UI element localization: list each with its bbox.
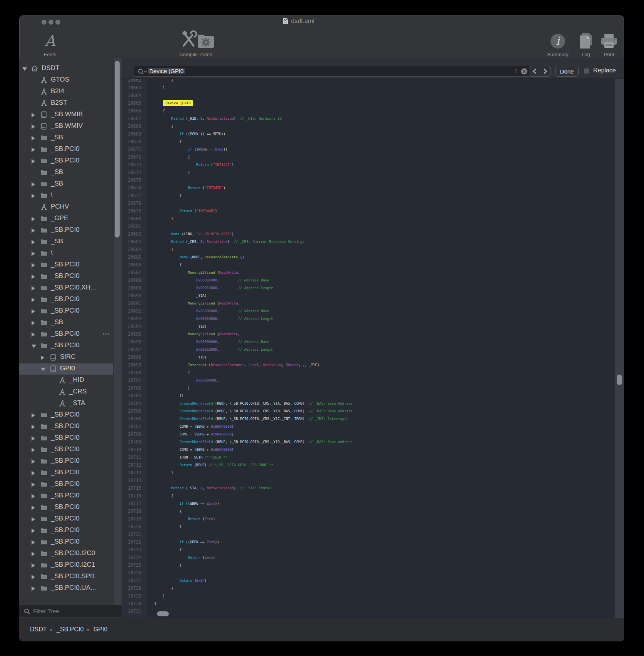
chevron-right-icon[interactable]	[32, 563, 35, 568]
done-button[interactable]: Done	[555, 66, 579, 77]
tree-item-hid[interactable]: _HID	[19, 375, 113, 386]
breadcrumb-item-dsdt[interactable]: DSDT	[30, 626, 47, 633]
tree-item-sbpci0[interactable]: _SB.PCI0	[19, 144, 113, 155]
chevron-right-icon[interactable]	[32, 298, 35, 302]
tree-item-sbpci0[interactable]: _SB.PCI0	[19, 306, 113, 317]
splitter-grip[interactable]	[103, 333, 111, 335]
tree-item-sbpci0[interactable]: _SB.PCI0	[19, 156, 113, 167]
tree-item-b2st[interactable]: B2ST	[19, 98, 113, 109]
tree-item-sbpci0[interactable]: _SB.PCI0	[19, 259, 113, 271]
filter-tree-field[interactable]: Filter Tree	[19, 605, 122, 618]
tree-item-sbpci0[interactable]: _SB.PCI0	[19, 467, 113, 479]
tree-item-sbpci0[interactable]: _SB.PCI0	[19, 479, 113, 490]
chevron-right-icon[interactable]	[32, 494, 35, 499]
tree-item-sbpci0spi1[interactable]: _SB.PCI0.SPI1	[19, 571, 113, 582]
chevron-right-icon[interactable]	[32, 321, 35, 325]
tree-item-sb[interactable]: _SB	[19, 132, 113, 144]
chevron-right-icon[interactable]	[32, 274, 35, 279]
tree-item-dsdt[interactable]: DSDT	[19, 63, 113, 74]
tree-item-crs[interactable]: _CRS	[19, 387, 113, 398]
chevron-right-icon[interactable]	[32, 459, 35, 464]
chevron-right-icon[interactable]	[41, 355, 44, 360]
tree-item-sbpci0[interactable]: _SB.PCI0	[19, 225, 113, 236]
chevron-right-icon[interactable]	[32, 586, 35, 591]
tree-item-gtos[interactable]: GTOS	[19, 75, 113, 86]
tree-item-[interactable]: \	[19, 190, 113, 201]
editor-vscroll-thumb[interactable]	[617, 375, 622, 385]
code-area[interactable]: } } Device (GPI0 { Method (_HID, 0, NotS…	[145, 79, 615, 618]
chevron-right-icon[interactable]	[32, 194, 35, 198]
find-previous-button[interactable]	[529, 66, 540, 76]
chevron-right-icon[interactable]	[32, 136, 35, 141]
tree-item-sbpci0[interactable]: _SB.PCI0	[19, 525, 113, 536]
chevron-right-icon[interactable]	[32, 286, 35, 291]
find-input[interactable]: Device (GPI0 1	[134, 66, 531, 77]
tree-item-sbwmib[interactable]: _SB.WMIB	[19, 109, 113, 120]
tree-item-sb[interactable]: _SB	[19, 167, 113, 178]
chevron-right-icon[interactable]	[32, 309, 35, 314]
chevron-right-icon[interactable]	[32, 436, 35, 441]
chevron-down-icon[interactable]	[22, 67, 27, 71]
chevron-right-icon[interactable]	[32, 517, 35, 522]
chevron-right-icon[interactable]	[32, 529, 35, 533]
replace-checkbox[interactable]	[584, 68, 589, 74]
chevron-right-icon[interactable]	[32, 113, 35, 117]
print-toolbar-button[interactable]: Print	[588, 29, 624, 57]
tree-item-sbpci0[interactable]: _SB.PCI0	[19, 433, 113, 444]
tree-item-sbpci0[interactable]: _SB.PCI0	[19, 294, 113, 305]
tree-item-pchv[interactable]: PCHV	[19, 202, 113, 213]
tree-item-sbwmiv[interactable]: _SB.WMIV	[19, 121, 113, 132]
chevron-right-icon[interactable]	[32, 425, 35, 429]
chevron-right-icon[interactable]	[32, 228, 35, 233]
chevron-right-icon[interactable]	[32, 413, 35, 418]
breadcrumb-item-sbpci0[interactable]: _SB.PCI0	[57, 626, 83, 633]
tree-item-sbpci0[interactable]: _SB.PCI0	[19, 456, 113, 467]
chevron-right-icon[interactable]	[32, 505, 35, 510]
tree-item-gpi0[interactable]: GPI0	[19, 363, 113, 375]
chevron-right-icon[interactable]	[32, 217, 35, 221]
tree-item-b2i4[interactable]: B2I4	[19, 86, 113, 97]
chevron-right-icon[interactable]	[32, 448, 35, 452]
chevron-right-icon[interactable]	[32, 471, 35, 475]
chevron-right-icon[interactable]	[32, 124, 35, 129]
sidebar-scrollbar-thumb[interactable]	[115, 61, 120, 238]
chevron-right-icon[interactable]	[32, 332, 35, 337]
chevron-down-icon[interactable]	[41, 368, 45, 371]
tree-item-sbpci0[interactable]: _SB.PCI0	[19, 271, 113, 282]
code-editor[interactable]: 2066220663206642066520666206672066820669…	[122, 79, 624, 618]
fonts-toolbar-button[interactable]: AFonts	[29, 29, 71, 57]
tree-item-sta[interactable]: _STA	[19, 398, 113, 409]
tree-item-sb[interactable]: _SB	[19, 179, 113, 190]
tree-item-sbpci0i2c0[interactable]: _SB.PCI0.I2C0	[19, 548, 113, 559]
tree-item-sbpci0ua[interactable]: _SB.PCI0.UA...	[19, 583, 113, 594]
tree-item-sbpci0[interactable]: _SB.PCI0	[19, 514, 113, 525]
search-icon[interactable]	[138, 69, 147, 75]
tree-item-sb[interactable]: _SB	[19, 317, 113, 328]
chevron-right-icon[interactable]	[32, 240, 35, 244]
tree-item-sbpci0[interactable]: _SB.PCI0	[19, 410, 113, 421]
chevron-right-icon[interactable]	[32, 482, 35, 487]
chevron-right-icon[interactable]	[32, 263, 35, 268]
chevron-right-icon[interactable]	[32, 147, 35, 152]
chevron-right-icon[interactable]	[32, 159, 35, 164]
tree-item-[interactable]: \	[19, 248, 113, 259]
breadcrumb-item-gpi0[interactable]: GPI0	[93, 626, 107, 633]
tree-item-sbpci0[interactable]: _SB.PCI0	[19, 329, 113, 340]
tree-item-sb[interactable]: _SB	[19, 236, 113, 248]
tree-item-sbpci0[interactable]: _SB.PCI0	[19, 444, 113, 455]
editor-vertical-scrollbar[interactable]	[615, 79, 624, 618]
chevron-right-icon[interactable]	[32, 575, 35, 579]
tree-item-sbpci0xh[interactable]: _SB.PCI0.XH...	[19, 283, 113, 294]
tree-item-sbpci0i2c1[interactable]: _SB.PCI0.I2C1	[19, 560, 113, 571]
chevron-right-icon[interactable]	[32, 552, 35, 556]
tree-item-sirc[interactable]: SIRC	[19, 352, 113, 363]
chevron-down-icon[interactable]	[32, 345, 36, 348]
tree-item-sbpci0[interactable]: _SB.PCI0	[19, 340, 113, 351]
tree-item-sbpci0[interactable]: _SB.PCI0	[19, 502, 113, 513]
tree-item-sbpci0[interactable]: _SB.PCI0	[19, 421, 113, 432]
tree-item-gpe[interactable]: _GPE	[19, 213, 113, 224]
patch-toolbar-button[interactable]: Patch	[185, 29, 227, 57]
tree-item-sbpci0[interactable]: _SB.PCI0	[19, 537, 113, 548]
replace-label[interactable]: Replace	[593, 67, 616, 74]
clear-search-icon[interactable]	[521, 68, 527, 75]
